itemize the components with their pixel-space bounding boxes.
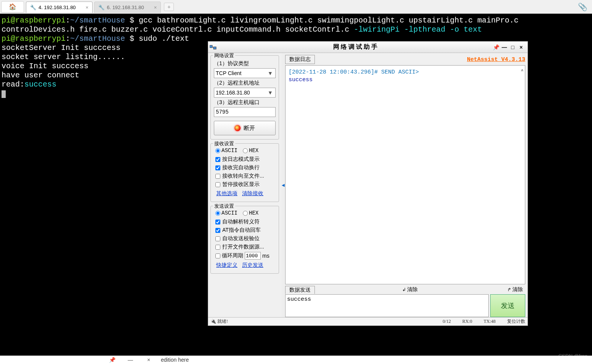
checkbox-input[interactable] bbox=[215, 182, 220, 187]
checkbox-input[interactable] bbox=[215, 174, 220, 179]
paperclip-icon[interactable]: 📎 bbox=[578, 2, 587, 11]
radio-input[interactable] bbox=[215, 148, 220, 153]
checkbox-input[interactable] bbox=[215, 220, 220, 224]
new-tab-button[interactable]: + bbox=[164, 3, 174, 11]
clear-right-button[interactable]: ↱清除 bbox=[505, 286, 525, 293]
send-settings-group: 发送设置 ASCII HEX 自动解析转义符 AT指令自动回车 自动发送校验位 … bbox=[210, 206, 279, 274]
chk-pause[interactable]: 暂停接收区显示 bbox=[215, 181, 276, 188]
tab-data-send[interactable]: 数据发送 bbox=[285, 286, 315, 294]
send-hex-radio[interactable]: HEX bbox=[243, 210, 258, 216]
check-label: 自动解析转义符 bbox=[222, 218, 260, 225]
prompt-path: ~/smartHouse bbox=[70, 34, 125, 43]
taskbar-min[interactable]: — bbox=[121, 356, 140, 364]
status-reset[interactable]: 复位计数 bbox=[507, 318, 525, 325]
cursor bbox=[2, 90, 6, 98]
arrow-down-icon: ↲ bbox=[402, 287, 406, 292]
prompt-user: pi@raspberrypi bbox=[2, 34, 66, 43]
tab-data-log[interactable]: 数据日志 bbox=[285, 55, 315, 64]
terminal-output: read: bbox=[2, 80, 24, 89]
prompt-path: ~/smartHouse bbox=[70, 16, 125, 25]
radio-input[interactable] bbox=[215, 211, 220, 216]
check-label: 自动发送校验位 bbox=[222, 235, 260, 242]
recv-hex-radio[interactable]: HEX bbox=[243, 148, 258, 154]
home-tab[interactable]: 🏠 bbox=[1, 1, 24, 13]
disconnect-button[interactable]: 断开 bbox=[214, 121, 276, 135]
protocol-select[interactable]: TCP Client ▼ bbox=[214, 68, 276, 78]
tab-bar: 🏠 🔧 4. 192.168.31.80 × 🔧 6. 192.168.31.8… bbox=[0, 0, 592, 14]
cycle-label: 循环周期 bbox=[222, 252, 243, 259]
titlebar[interactable]: 网络调试助手 📌 — □ × bbox=[208, 42, 528, 53]
checkbox-input[interactable] bbox=[215, 228, 220, 233]
pin-icon[interactable]: 📌 bbox=[493, 44, 501, 51]
checkbox-input[interactable] bbox=[215, 157, 220, 162]
taskbar-pin[interactable]: 📌 bbox=[103, 356, 121, 364]
host-label: （2）远程主机地址 bbox=[214, 80, 276, 87]
taskbar: 📌 — × edition here bbox=[0, 356, 592, 364]
link-history[interactable]: 历史发送 bbox=[242, 262, 263, 269]
status-dot-icon bbox=[234, 125, 241, 131]
status-rx: RX:0 bbox=[462, 319, 472, 324]
taskbar-close[interactable]: × bbox=[140, 356, 158, 364]
link-other-options[interactable]: 其他选项 bbox=[216, 190, 237, 197]
cycle-input[interactable] bbox=[245, 252, 261, 260]
status-count: 0/12 bbox=[443, 319, 451, 324]
log-area[interactable]: ^ [2022-11-28 12:00:43.296]# SEND ASCII>… bbox=[285, 65, 525, 284]
wrench-icon: 🔧 bbox=[30, 5, 36, 10]
cmd1-flags: -lwiringPi -lpthread -o text bbox=[354, 25, 482, 34]
send-ascii-radio[interactable]: ASCII bbox=[215, 210, 237, 216]
chk-logmode[interactable]: 按日志模式显示 bbox=[215, 156, 276, 163]
check-label: AT指令自动回车 bbox=[222, 227, 261, 234]
tab-1-label: 4. 192.168.31.80 bbox=[39, 5, 76, 10]
maximize-button[interactable]: □ bbox=[509, 44, 518, 51]
send-textarea[interactable]: success bbox=[285, 294, 489, 317]
prompt-sep: : bbox=[66, 34, 70, 43]
chk-at[interactable]: AT指令自动回车 bbox=[215, 227, 276, 234]
group-title: 发送设置 bbox=[213, 203, 235, 210]
port-label: （3）远程主机端口 bbox=[214, 99, 276, 106]
radio-input[interactable] bbox=[243, 148, 248, 153]
terminal-output-success: success bbox=[24, 80, 56, 89]
chk-escape[interactable]: 自动解析转义符 bbox=[215, 218, 276, 225]
checkbox-input[interactable] bbox=[215, 165, 220, 170]
app-icon bbox=[210, 44, 217, 50]
group-title: 接收设置 bbox=[213, 140, 235, 147]
clear-left-button[interactable]: ↲清除 bbox=[400, 286, 420, 293]
chk-tofile[interactable]: 接收转向至文件... bbox=[215, 173, 276, 180]
send-button[interactable]: 发送 bbox=[490, 294, 525, 317]
status-bar: 🔌 就绪! 0/12 RX:0 TX:48 复位计数 bbox=[208, 317, 528, 326]
collapse-handle[interactable]: ◀ bbox=[281, 53, 285, 317]
radio-input[interactable] bbox=[243, 211, 248, 216]
clear-label: 清除 bbox=[407, 286, 418, 293]
check-label: 打开文件数据源... bbox=[222, 244, 264, 250]
minimize-button[interactable]: — bbox=[501, 44, 509, 51]
link-clear-recv[interactable]: 清除接收 bbox=[242, 190, 263, 197]
tab-2-close[interactable]: × bbox=[154, 5, 157, 10]
link-shortcut[interactable]: 快捷定义 bbox=[216, 262, 237, 269]
taskbar-text: edition here bbox=[161, 357, 189, 363]
caret-icon: ^ bbox=[521, 67, 523, 75]
version-link[interactable]: NetAssist V4.3.13 bbox=[467, 56, 525, 63]
tab-1-close[interactable]: × bbox=[86, 5, 89, 10]
svg-rect-1 bbox=[213, 47, 216, 49]
cmd2: sudo ./text bbox=[139, 34, 189, 43]
recv-ascii-radio[interactable]: ASCII bbox=[215, 148, 237, 154]
prompt-sep: : bbox=[66, 16, 70, 25]
prompt-end: $ bbox=[125, 34, 139, 43]
protocol-label: （1）协议类型 bbox=[214, 60, 276, 67]
checkbox-input[interactable] bbox=[215, 236, 220, 241]
chk-autowrap[interactable]: 接收完自动换行 bbox=[215, 164, 276, 171]
close-button[interactable]: × bbox=[518, 44, 526, 51]
radio-label: HEX bbox=[249, 148, 258, 154]
tab-2[interactable]: 🔧 6. 192.168.31.80 × bbox=[94, 2, 161, 13]
checkbox-input[interactable] bbox=[215, 245, 220, 250]
chk-openfile[interactable]: 打开文件数据源... bbox=[215, 244, 276, 250]
window-title: 网络调试助手 bbox=[220, 43, 493, 51]
chk-cycle[interactable]: 循环周期 ms bbox=[215, 252, 276, 260]
host-combo[interactable]: 192.168.31.80 ▼ bbox=[214, 88, 276, 98]
port-input[interactable] bbox=[214, 107, 276, 117]
radio-label: ASCII bbox=[221, 148, 237, 154]
netassist-window: 网络调试助手 📌 — □ × 网络设置 （1）协议类型 TCP Client ▼… bbox=[208, 41, 528, 326]
checkbox-input[interactable] bbox=[215, 253, 220, 258]
chk-checksum[interactable]: 自动发送校验位 bbox=[215, 235, 276, 242]
tab-1[interactable]: 🔧 4. 192.168.31.80 × bbox=[26, 2, 93, 13]
